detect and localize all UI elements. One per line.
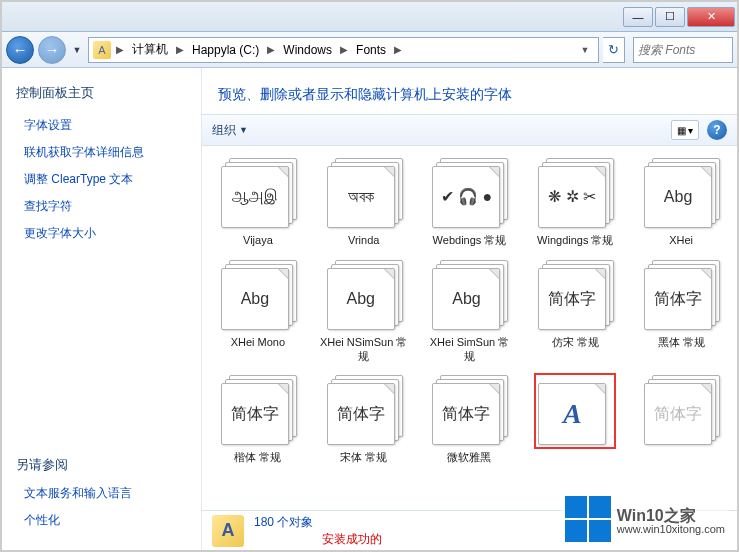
font-item[interactable]: অবকVrinda [312, 154, 416, 252]
font-preview: 简体字 [644, 383, 712, 445]
breadcrumb-separator[interactable]: ▶ [391, 44, 405, 55]
search-input[interactable] [638, 43, 728, 57]
font-name-label: 微软雅黑 [447, 451, 491, 465]
sidebar-link[interactable]: 个性化 [16, 507, 197, 534]
forward-button[interactable]: → [38, 36, 66, 64]
font-preview: Abg [221, 268, 289, 330]
navbar: ← → ▼ A ▶ 计算机 ▶ Happyla (C:) ▶ Windows ▶… [2, 32, 737, 68]
font-name-label: XHei SimSun 常规 [424, 336, 514, 364]
font-preview: Abg [327, 268, 395, 330]
font-file-icon: A [563, 399, 582, 430]
sidebar-link[interactable]: 联机获取字体详细信息 [16, 139, 197, 166]
font-name-label: Webdings 常规 [433, 234, 507, 248]
font-item[interactable]: 简体字 [629, 371, 733, 469]
font-preview: 简体字 [327, 383, 395, 445]
address-dropdown[interactable]: ▼ [576, 45, 594, 55]
breadcrumb-separator[interactable]: ▶ [173, 44, 187, 55]
page-title: 预览、删除或者显示和隐藏计算机上安装的字体 [218, 86, 721, 104]
font-preview: A [538, 383, 606, 445]
watermark: Win10之家 www.win10xitong.com [561, 494, 729, 544]
see-also-title: 另请参阅 [16, 456, 197, 474]
font-preview: ✔ 🎧 ● [432, 166, 500, 228]
sidebar-link[interactable]: 更改字体大小 [16, 220, 197, 247]
history-dropdown[interactable]: ▼ [70, 36, 84, 64]
close-button[interactable]: ✕ [687, 7, 735, 27]
breadcrumb-segment[interactable]: Windows [280, 41, 335, 59]
breadcrumb-segment[interactable]: 计算机 [129, 39, 171, 60]
sidebar-link[interactable]: 查找字符 [16, 193, 197, 220]
font-item[interactable]: 简体字微软雅黑 [418, 371, 522, 469]
breadcrumb-separator[interactable]: ▶ [264, 44, 278, 55]
sidebar-links: 字体设置 联机获取字体详细信息 调整 ClearType 文本 查找字符 更改字… [16, 112, 197, 247]
font-preview: 简体字 [221, 383, 289, 445]
font-item[interactable]: ✔ 🎧 ●Webdings 常规 [418, 154, 522, 252]
font-name-label: XHei NSimSun 常规 [319, 336, 409, 364]
breadcrumb-segment[interactable]: Happyla (C:) [189, 41, 262, 59]
sidebar-link[interactable]: 文本服务和输入语言 [16, 480, 197, 507]
status-message: 安装成功的 [322, 531, 382, 548]
font-name-label: Vrinda [348, 234, 379, 248]
font-item[interactable]: AbgXHei NSimSun 常规 [312, 256, 416, 368]
view-options-button[interactable]: ▦ ▾ [671, 120, 699, 140]
watermark-brand: Win10 [617, 507, 664, 524]
toolbar: 组织 ▼ ▦ ▾ ? [202, 114, 737, 146]
font-preview: Abg [644, 166, 712, 228]
fonts-folder-icon: A [93, 41, 111, 59]
font-item[interactable]: ஆஅஇVijaya [206, 154, 310, 252]
font-name-label: 楷体 常规 [234, 451, 281, 465]
search-box[interactable] [633, 37, 733, 63]
main-panel: 预览、删除或者显示和隐藏计算机上安装的字体 组织 ▼ ▦ ▾ ? ஆஅஇVija… [202, 68, 737, 550]
font-name-label: Wingdings 常规 [537, 234, 613, 248]
font-name-label: XHei [669, 234, 693, 248]
status-count: 180 个对象 [254, 514, 382, 531]
maximize-button[interactable]: ☐ [655, 7, 685, 27]
font-preview: ஆஅஇ [221, 166, 289, 228]
sidebar-link[interactable]: 调整 ClearType 文本 [16, 166, 197, 193]
font-grid[interactable]: ஆஅஇVijayaঅবকVrinda✔ 🎧 ●Webdings 常规❋ ✲ ✂W… [202, 146, 737, 510]
font-item[interactable]: 简体字仿宋 常规 [523, 256, 627, 368]
font-name-label: 仿宋 常规 [552, 336, 599, 350]
windows-logo-icon [565, 496, 611, 542]
back-button[interactable]: ← [6, 36, 34, 64]
organize-label: 组织 [212, 122, 236, 139]
sidebar-link[interactable]: 字体设置 [16, 112, 197, 139]
font-item[interactable]: 简体字黑体 常规 [629, 256, 733, 368]
sidebar-title: 控制面板主页 [16, 84, 197, 102]
breadcrumb-separator[interactable]: ▶ [337, 44, 351, 55]
breadcrumb-segment[interactable]: Fonts [353, 41, 389, 59]
address-bar[interactable]: A ▶ 计算机 ▶ Happyla (C:) ▶ Windows ▶ Fonts… [88, 37, 599, 63]
font-name-label: Vijaya [243, 234, 273, 248]
font-item[interactable]: AbgXHei Mono [206, 256, 310, 368]
font-item[interactable]: AbgXHei [629, 154, 733, 252]
font-preview: অবক [327, 166, 395, 228]
font-preview: ❋ ✲ ✂ [538, 166, 606, 228]
font-name-label: 黑体 常规 [658, 336, 705, 350]
font-preview: 简体字 [644, 268, 712, 330]
watermark-url: www.win10xitong.com [617, 524, 725, 535]
breadcrumb-separator[interactable]: ▶ [113, 44, 127, 55]
font-item[interactable]: 简体字宋体 常规 [312, 371, 416, 469]
refresh-button[interactable]: ↻ [603, 37, 625, 63]
font-item[interactable]: A [523, 371, 627, 469]
help-button[interactable]: ? [707, 120, 727, 140]
font-name-label: 宋体 常规 [340, 451, 387, 465]
organize-button[interactable]: 组织 ▼ [212, 122, 248, 139]
font-name-label: XHei Mono [231, 336, 285, 350]
font-preview: Abg [432, 268, 500, 330]
font-item[interactable]: AbgXHei SimSun 常规 [418, 256, 522, 368]
font-preview: 简体字 [538, 268, 606, 330]
font-item[interactable]: 简体字楷体 常规 [206, 371, 310, 469]
chevron-down-icon: ▼ [239, 125, 248, 135]
font-item[interactable]: ❋ ✲ ✂Wingdings 常规 [523, 154, 627, 252]
titlebar: — ☐ ✕ [2, 2, 737, 32]
minimize-button[interactable]: — [623, 7, 653, 27]
font-preview: 简体字 [432, 383, 500, 445]
sidebar: 控制面板主页 字体设置 联机获取字体详细信息 调整 ClearType 文本 查… [2, 68, 202, 550]
fonts-folder-icon: A [212, 515, 244, 547]
watermark-suffix: 之家 [664, 507, 696, 524]
